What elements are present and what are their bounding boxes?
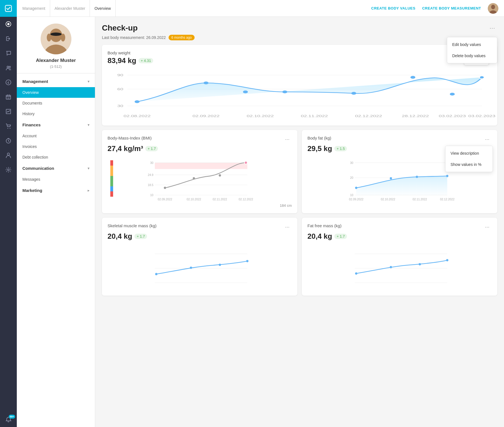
skeletal-chart-area xyxy=(108,245,292,290)
svg-text:90: 90 xyxy=(117,73,123,77)
main-container: Management Alexander Muster Overview CRE… xyxy=(17,0,504,427)
svg-text:12: 12 xyxy=(7,97,10,99)
skeletal-muscle-chart: Skeletal muscle mass (kg) ⋯ 20,4 kg + 1.… xyxy=(102,218,297,296)
sidebar-item-person[interactable] xyxy=(0,148,17,163)
main-dropdown-menu: Edit body values Delete body values xyxy=(447,37,497,63)
sidebar-item-cart[interactable] xyxy=(0,119,17,133)
sidebar-item-settings[interactable] xyxy=(0,163,17,177)
edit-body-values-item[interactable]: Edit body values xyxy=(447,39,497,50)
svg-text:30: 30 xyxy=(150,161,153,164)
svg-point-10 xyxy=(8,128,8,129)
svg-rect-46 xyxy=(155,163,247,169)
svg-text:02.10.2022: 02.10.2022 xyxy=(187,198,201,201)
bmi-more-button[interactable]: ⋯ xyxy=(283,136,292,143)
checkup-title: Check-up xyxy=(102,24,195,33)
svg-point-36 xyxy=(450,93,455,96)
svg-text:02.10.2022: 02.10.2022 xyxy=(381,198,395,201)
fat-free-title: Fat free mass (kg) xyxy=(307,223,342,228)
sidebar-item-chat[interactable] xyxy=(0,46,17,61)
communication-header[interactable]: Communication ▾ xyxy=(17,163,95,174)
notification-badge: 99+ xyxy=(9,415,15,419)
create-body-measurement-button[interactable]: CREATE BODY MEASUREMENT xyxy=(422,6,481,10)
profile-id: (1-512) xyxy=(50,64,62,69)
svg-text:02.11.2022: 02.11.2022 xyxy=(412,198,427,201)
main-content: Check-up Last body measurement: 26.09.20… xyxy=(95,17,504,427)
svg-point-89 xyxy=(419,263,421,265)
marketing-header[interactable]: Marketing ▸ xyxy=(17,185,95,196)
svg-point-21 xyxy=(50,33,62,36)
sidebar-section-finances: Finances ▾ Account Invoices Debt collect… xyxy=(17,119,95,163)
fat-free-chart-area xyxy=(307,245,492,290)
management-header[interactable]: Management ▾ xyxy=(17,76,95,87)
communication-chevron: ▾ xyxy=(88,166,89,170)
checkup-more-button[interactable]: ⋯ xyxy=(487,24,497,33)
show-values-percent-item[interactable]: Show values in % xyxy=(445,159,493,170)
svg-text:28.12.2022: 28.12.2022 xyxy=(402,114,429,118)
sidebar-item-overview[interactable]: Overview xyxy=(17,87,95,98)
svg-point-30 xyxy=(135,100,140,103)
skeletal-more-button[interactable]: ⋯ xyxy=(283,223,292,231)
sidebar-item-chart[interactable] xyxy=(0,104,17,119)
sidebar-item-users[interactable] xyxy=(0,61,17,75)
sidebar-item-debt-collection[interactable]: Debt collection xyxy=(17,152,95,163)
body-fat-chart: Body fat (kg) ⋯ 29,5 kg + 1.5 View descr… xyxy=(302,130,497,213)
svg-rect-0 xyxy=(5,5,11,11)
sidebar-nav: Management ▾ Overview Documents History … xyxy=(17,73,95,427)
fat-free-header: Fat free mass (kg) ⋯ xyxy=(307,223,492,231)
svg-text:20: 20 xyxy=(350,176,353,179)
svg-text:03.02.2023: 03.02.2023 xyxy=(468,114,495,118)
sidebar-item-documents[interactable]: Documents xyxy=(17,98,95,108)
body-fat-title: Body fat (kg) xyxy=(307,136,331,140)
fat-free-more-button[interactable]: ⋯ xyxy=(483,223,492,231)
svg-text:24.9: 24.9 xyxy=(148,173,153,177)
view-description-item[interactable]: View description xyxy=(445,148,493,159)
svg-point-35 xyxy=(410,76,416,79)
profile-avatar xyxy=(41,24,71,54)
breadcrumb-management[interactable]: Management xyxy=(22,0,50,17)
body-fat-delta: + 1.5 xyxy=(334,146,347,151)
body-fat-header: Body fat (kg) ⋯ xyxy=(307,136,492,143)
svg-point-4 xyxy=(9,66,11,68)
svg-point-70 xyxy=(390,177,392,179)
svg-point-81 xyxy=(190,266,192,269)
bmi-header: Body-Mass-Index (BMI) ⋯ xyxy=(108,136,292,143)
sidebar-item-messages[interactable]: Messages xyxy=(17,174,95,185)
svg-point-13 xyxy=(7,153,10,155)
user-avatar[interactable] xyxy=(488,3,498,14)
svg-text:10: 10 xyxy=(350,194,353,197)
sidebar-item-login[interactable] xyxy=(0,31,17,46)
sidebar-item-notifications[interactable]: 99+ xyxy=(0,412,17,427)
body-fat-more-button[interactable]: ⋯ xyxy=(483,136,492,143)
svg-point-80 xyxy=(155,273,157,275)
body-weight-chart-area: 90 60 30 xyxy=(108,69,492,120)
delete-body-values-item[interactable]: Delete body values xyxy=(447,50,497,61)
breadcrumb-person[interactable]: Alexander Muster xyxy=(50,0,90,17)
top-bar-actions: CREATE BODY VALUES CREATE BODY MEASUREME… xyxy=(371,3,498,14)
sidebar-item-timer[interactable] xyxy=(0,133,17,148)
breadcrumb-overview[interactable]: Overview xyxy=(90,0,115,17)
sidebar-item-history[interactable]: History xyxy=(17,108,95,119)
sidebar-item-calendar[interactable]: 12 xyxy=(0,90,17,104)
bmi-delta: + 1.7 xyxy=(145,146,158,151)
svg-text:30: 30 xyxy=(117,104,123,108)
sidebar: Alexander Muster (1-512) Management ▾ Ov… xyxy=(17,17,95,427)
svg-text:€: € xyxy=(8,81,9,84)
finances-header[interactable]: Finances ▾ xyxy=(17,119,95,131)
sidebar-item-invoices[interactable]: Invoices xyxy=(17,141,95,152)
sidebar-item-account[interactable]: Account xyxy=(17,131,95,141)
app-logo[interactable] xyxy=(0,0,17,17)
sidebar-item-activity[interactable] xyxy=(0,17,17,31)
svg-point-2 xyxy=(7,23,10,25)
body-weight-delta: + 4.31 xyxy=(139,58,153,63)
svg-text:10: 10 xyxy=(150,194,153,197)
svg-point-3 xyxy=(7,66,9,68)
sidebar-section-management: Management ▾ Overview Documents xyxy=(17,76,95,108)
svg-point-69 xyxy=(355,187,357,189)
bmi-chart: Body-Mass-Index (BMI) ⋯ 27,4 kg/m³ + 1.7 xyxy=(102,130,297,213)
skeletal-delta: + 1.7 xyxy=(134,234,147,239)
sidebar-item-finance[interactable]: € xyxy=(0,75,17,90)
svg-text:30: 30 xyxy=(350,161,353,164)
svg-text:02.11.2022: 02.11.2022 xyxy=(301,114,328,118)
create-body-values-button[interactable]: CREATE BODY VALUES xyxy=(371,6,416,10)
fat-free-value: 20,4 kg + 1.7 xyxy=(307,232,492,241)
